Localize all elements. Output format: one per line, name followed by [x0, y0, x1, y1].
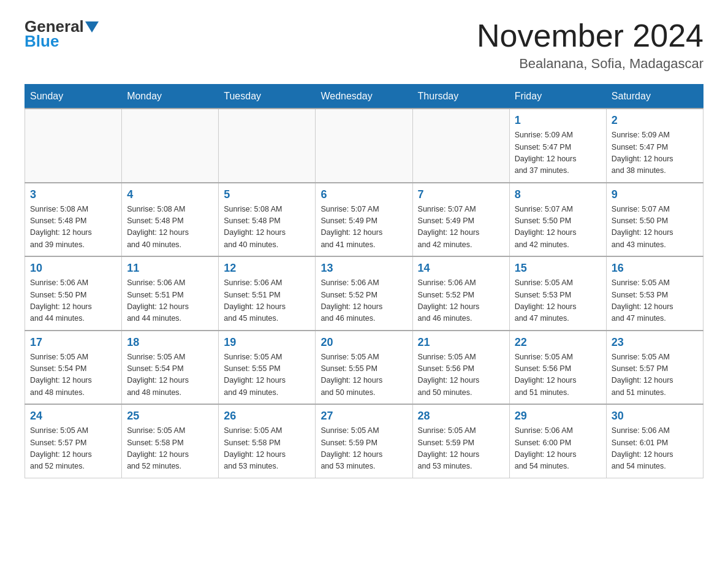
calendar-cell: 18Sunrise: 5:05 AM Sunset: 5:54 PM Dayli… — [122, 331, 219, 405]
weekday-header-tuesday: Tuesday — [219, 85, 316, 109]
day-info: Sunrise: 5:05 AM Sunset: 5:54 PM Dayligh… — [30, 351, 116, 399]
calendar-cell: 22Sunrise: 5:05 AM Sunset: 5:56 PM Dayli… — [509, 331, 606, 405]
day-info: Sunrise: 5:06 AM Sunset: 6:01 PM Dayligh… — [612, 425, 698, 473]
week-row-3: 10Sunrise: 5:06 AM Sunset: 5:50 PM Dayli… — [25, 256, 703, 331]
logo-blue: Blue — [25, 33, 59, 49]
day-number: 22 — [515, 336, 601, 349]
calendar-cell: 12Sunrise: 5:06 AM Sunset: 5:51 PM Dayli… — [219, 256, 316, 331]
day-number: 13 — [320, 262, 407, 275]
day-info: Sunrise: 5:05 AM Sunset: 5:56 PM Dayligh… — [515, 351, 601, 399]
calendar-cell: 20Sunrise: 5:05 AM Sunset: 5:55 PM Dayli… — [316, 331, 412, 405]
day-info: Sunrise: 5:06 AM Sunset: 6:00 PM Dayligh… — [515, 425, 601, 473]
day-number: 1 — [515, 114, 601, 127]
calendar-cell — [219, 109, 316, 183]
calendar-cell — [412, 109, 509, 183]
calendar-cell: 9Sunrise: 5:07 AM Sunset: 5:50 PM Daylig… — [606, 183, 703, 257]
calendar-cell: 14Sunrise: 5:06 AM Sunset: 5:52 PM Dayli… — [412, 256, 509, 331]
calendar-cell: 17Sunrise: 5:05 AM Sunset: 5:54 PM Dayli… — [25, 331, 122, 405]
day-number: 18 — [127, 336, 213, 349]
day-number: 8 — [515, 188, 601, 201]
day-info: Sunrise: 5:05 AM Sunset: 5:54 PM Dayligh… — [127, 351, 213, 399]
day-number: 2 — [612, 114, 698, 127]
day-number: 27 — [320, 410, 407, 423]
calendar-cell — [122, 109, 219, 183]
day-number: 20 — [320, 336, 407, 349]
day-number: 17 — [30, 336, 116, 349]
day-number: 15 — [515, 262, 601, 275]
day-number: 5 — [224, 188, 310, 201]
day-number: 11 — [127, 262, 213, 275]
day-info: Sunrise: 5:06 AM Sunset: 5:51 PM Dayligh… — [127, 277, 213, 325]
day-number: 28 — [418, 410, 504, 423]
subtitle: Bealanana, Sofia, Madagascar — [477, 56, 703, 72]
day-info: Sunrise: 5:05 AM Sunset: 5:55 PM Dayligh… — [320, 351, 407, 399]
calendar-cell: 21Sunrise: 5:05 AM Sunset: 5:56 PM Dayli… — [412, 331, 509, 405]
main-title: November 2024 — [477, 18, 703, 53]
calendar-cell: 13Sunrise: 5:06 AM Sunset: 5:52 PM Dayli… — [316, 256, 412, 331]
calendar-cell: 1Sunrise: 5:09 AM Sunset: 5:47 PM Daylig… — [509, 109, 606, 183]
calendar-cell — [316, 109, 412, 183]
calendar-cell: 11Sunrise: 5:06 AM Sunset: 5:51 PM Dayli… — [122, 256, 219, 331]
svg-marker-0 — [85, 21, 99, 33]
day-info: Sunrise: 5:05 AM Sunset: 5:57 PM Dayligh… — [612, 351, 698, 399]
day-info: Sunrise: 5:06 AM Sunset: 5:52 PM Dayligh… — [320, 277, 407, 325]
calendar-cell: 27Sunrise: 5:05 AM Sunset: 5:59 PM Dayli… — [316, 404, 412, 478]
day-info: Sunrise: 5:05 AM Sunset: 5:53 PM Dayligh… — [612, 277, 698, 325]
calendar-cell — [25, 109, 122, 183]
day-number: 25 — [127, 410, 213, 423]
day-number: 9 — [612, 188, 698, 201]
week-row-2: 3Sunrise: 5:08 AM Sunset: 5:48 PM Daylig… — [25, 183, 703, 257]
calendar-cell: 16Sunrise: 5:05 AM Sunset: 5:53 PM Dayli… — [606, 256, 703, 331]
title-area: November 2024 Bealanana, Sofia, Madagasc… — [477, 18, 703, 72]
week-row-1: 1Sunrise: 5:09 AM Sunset: 5:47 PM Daylig… — [25, 109, 703, 183]
weekday-header-row: SundayMondayTuesdayWednesdayThursdayFrid… — [25, 85, 703, 109]
day-number: 19 — [224, 336, 310, 349]
calendar-cell: 30Sunrise: 5:06 AM Sunset: 6:01 PM Dayli… — [606, 404, 703, 478]
calendar-cell: 28Sunrise: 5:05 AM Sunset: 5:59 PM Dayli… — [412, 404, 509, 478]
weekday-header-saturday: Saturday — [606, 85, 703, 109]
day-info: Sunrise: 5:08 AM Sunset: 5:48 PM Dayligh… — [30, 204, 116, 251]
day-info: Sunrise: 5:07 AM Sunset: 5:50 PM Dayligh… — [515, 204, 601, 251]
day-number: 30 — [612, 410, 698, 423]
day-number: 21 — [418, 336, 504, 349]
calendar-cell: 7Sunrise: 5:07 AM Sunset: 5:49 PM Daylig… — [412, 183, 509, 257]
day-info: Sunrise: 5:07 AM Sunset: 5:50 PM Dayligh… — [612, 204, 698, 251]
day-info: Sunrise: 5:07 AM Sunset: 5:49 PM Dayligh… — [418, 204, 504, 251]
calendar-cell: 5Sunrise: 5:08 AM Sunset: 5:48 PM Daylig… — [219, 183, 316, 257]
day-info: Sunrise: 5:05 AM Sunset: 5:59 PM Dayligh… — [418, 425, 504, 473]
calendar-cell: 24Sunrise: 5:05 AM Sunset: 5:57 PM Dayli… — [25, 404, 122, 478]
day-info: Sunrise: 5:07 AM Sunset: 5:49 PM Dayligh… — [320, 204, 407, 251]
day-info: Sunrise: 5:06 AM Sunset: 5:51 PM Dayligh… — [224, 277, 310, 325]
weekday-header-thursday: Thursday — [412, 85, 509, 109]
week-row-4: 17Sunrise: 5:05 AM Sunset: 5:54 PM Dayli… — [25, 331, 703, 405]
calendar-cell: 8Sunrise: 5:07 AM Sunset: 5:50 PM Daylig… — [509, 183, 606, 257]
day-info: Sunrise: 5:06 AM Sunset: 5:52 PM Dayligh… — [418, 277, 504, 325]
week-row-5: 24Sunrise: 5:05 AM Sunset: 5:57 PM Dayli… — [25, 404, 703, 478]
day-info: Sunrise: 5:05 AM Sunset: 5:57 PM Dayligh… — [30, 425, 116, 473]
day-number: 23 — [612, 336, 698, 349]
logo: General Blue — [25, 18, 99, 49]
calendar-cell: 6Sunrise: 5:07 AM Sunset: 5:49 PM Daylig… — [316, 183, 412, 257]
day-info: Sunrise: 5:06 AM Sunset: 5:50 PM Dayligh… — [30, 277, 116, 325]
day-number: 7 — [418, 188, 504, 201]
calendar-cell: 3Sunrise: 5:08 AM Sunset: 5:48 PM Daylig… — [25, 183, 122, 257]
calendar-cell: 29Sunrise: 5:06 AM Sunset: 6:00 PM Dayli… — [509, 404, 606, 478]
day-info: Sunrise: 5:05 AM Sunset: 5:56 PM Dayligh… — [418, 351, 504, 399]
day-number: 4 — [127, 188, 213, 201]
day-number: 3 — [30, 188, 116, 201]
day-info: Sunrise: 5:08 AM Sunset: 5:48 PM Dayligh… — [224, 204, 310, 251]
calendar-cell: 2Sunrise: 5:09 AM Sunset: 5:47 PM Daylig… — [606, 109, 703, 183]
header: General Blue November 2024 Bealanana, So… — [25, 18, 703, 72]
day-info: Sunrise: 5:09 AM Sunset: 5:47 PM Dayligh… — [515, 129, 601, 177]
calendar-cell: 4Sunrise: 5:08 AM Sunset: 5:48 PM Daylig… — [122, 183, 219, 257]
day-number: 24 — [30, 410, 116, 423]
day-number: 12 — [224, 262, 310, 275]
day-number: 29 — [515, 410, 601, 423]
calendar-cell: 15Sunrise: 5:05 AM Sunset: 5:53 PM Dayli… — [509, 256, 606, 331]
day-info: Sunrise: 5:05 AM Sunset: 5:58 PM Dayligh… — [224, 425, 310, 473]
weekday-header-friday: Friday — [509, 85, 606, 109]
weekday-header-wednesday: Wednesday — [316, 85, 412, 109]
day-number: 10 — [30, 262, 116, 275]
day-info: Sunrise: 5:05 AM Sunset: 5:55 PM Dayligh… — [224, 351, 310, 399]
day-number: 16 — [612, 262, 698, 275]
